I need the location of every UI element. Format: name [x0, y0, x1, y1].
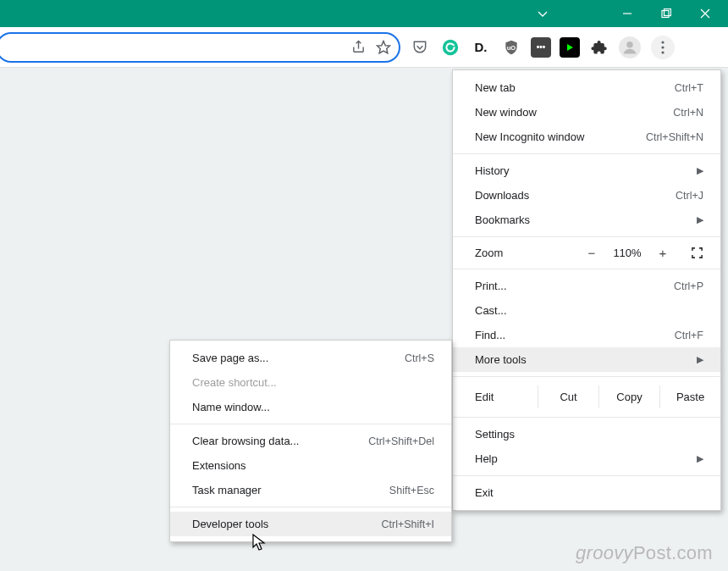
submenu-create-shortcut: Create shortcut... [170, 370, 451, 395]
grammarly-icon[interactable] [439, 36, 461, 58]
star-icon[interactable] [375, 39, 392, 56]
menu-zoom: Zoom − 110% + [453, 241, 720, 264]
menu-help[interactable]: Help▶ [453, 446, 720, 471]
menu-exit[interactable]: Exit [453, 480, 720, 505]
share-icon[interactable] [350, 39, 367, 56]
extensions-puzzle-icon[interactable] [588, 36, 610, 58]
svg-marker-5 [378, 41, 390, 53]
chevron-right-icon: ▶ [697, 354, 703, 365]
fullscreen-icon[interactable] [685, 247, 709, 259]
menu-print[interactable]: Print...Ctrl+P [453, 274, 720, 298]
svg-marker-8 [567, 44, 573, 51]
menu-more-tools[interactable]: More tools▶ [453, 347, 720, 372]
ublock-icon[interactable]: uO [500, 36, 522, 58]
svg-point-10 [661, 41, 664, 43]
chevron-right-icon: ▶ [697, 165, 703, 176]
submenu-developer-tools[interactable]: Developer toolsCtrl+Shift+I [170, 512, 451, 536]
edit-cut[interactable]: Cut [538, 385, 598, 408]
submenu-clear-data[interactable]: Clear browsing data...Ctrl+Shift+Del [170, 429, 451, 453]
svg-point-11 [661, 46, 664, 48]
more-tools-submenu: Save page as...Ctrl+S Create shortcut...… [169, 340, 452, 542]
submenu-save-page[interactable]: Save page as...Ctrl+S [170, 346, 451, 370]
extension-play-icon[interactable] [560, 37, 580, 58]
menu-bookmarks[interactable]: Bookmarks▶ [453, 208, 720, 232]
submenu-name-window[interactable]: Name window... [170, 395, 451, 419]
close-button[interactable] [686, 0, 725, 27]
svg-rect-1 [662, 11, 669, 18]
extension-dots-icon[interactable]: ••• [531, 37, 551, 58]
submenu-task-manager[interactable]: Task managerShift+Esc [170, 478, 451, 502]
tab-dropdown-icon[interactable] [528, 0, 557, 27]
menu-new-tab[interactable]: New tabCtrl+T [453, 75, 720, 100]
menu-settings[interactable]: Settings [453, 422, 720, 446]
pocket-icon[interactable] [409, 36, 431, 58]
window-titlebar [0, 0, 728, 27]
address-bar[interactable] [0, 32, 400, 63]
svg-point-12 [661, 51, 664, 53]
menu-new-window[interactable]: New windowCtrl+N [453, 100, 720, 125]
svg-point-9 [626, 41, 633, 47]
menu-edit: Edit Cut Copy Paste [453, 381, 720, 413]
svg-point-6 [443, 39, 458, 54]
chevron-right-icon: ▶ [697, 214, 703, 225]
browser-toolbar: D. uO ••• [0, 27, 728, 68]
watermark-text: groovyPost.com [576, 542, 713, 564]
edit-paste[interactable]: Paste [659, 385, 720, 408]
profile-avatar[interactable] [619, 36, 641, 58]
svg-text:uO: uO [507, 43, 516, 51]
edit-copy[interactable]: Copy [598, 385, 659, 408]
menu-find[interactable]: Find...Ctrl+F [453, 323, 720, 347]
submenu-extensions[interactable]: Extensions [170, 453, 451, 478]
menu-history[interactable]: History▶ [453, 158, 720, 183]
menu-cast[interactable]: Cast... [453, 298, 720, 323]
maximize-button[interactable] [647, 0, 686, 27]
zoom-in-button[interactable]: + [648, 246, 678, 260]
minimize-button[interactable] [608, 0, 647, 27]
zoom-value: 110% [607, 247, 648, 259]
chrome-menu-button[interactable] [651, 36, 675, 59]
chevron-right-icon: ▶ [697, 453, 703, 464]
menu-downloads[interactable]: DownloadsCtrl+J [453, 183, 720, 208]
svg-rect-2 [665, 9, 671, 16]
chrome-main-menu: New tabCtrl+T New windowCtrl+N New Incog… [452, 69, 721, 511]
zoom-out-button[interactable]: − [576, 246, 607, 260]
menu-new-incognito[interactable]: New Incognito windowCtrl+Shift+N [453, 125, 720, 149]
extension-d-icon[interactable]: D. [470, 36, 492, 58]
